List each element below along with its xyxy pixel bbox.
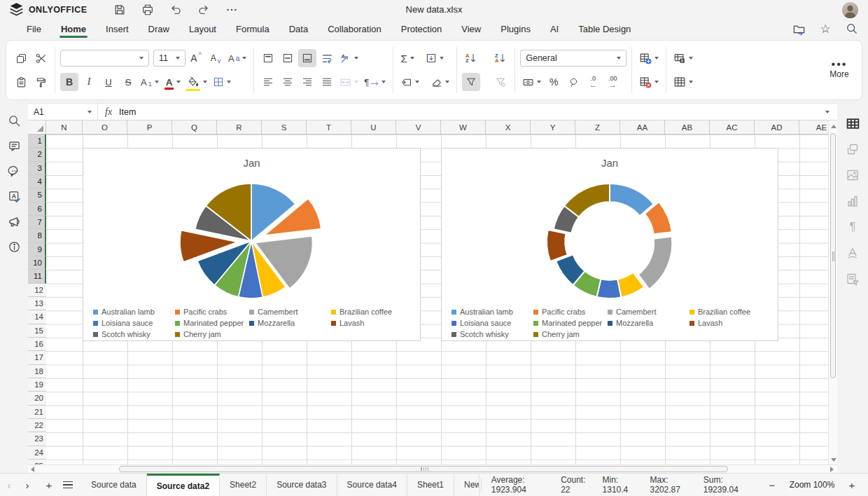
- chat-icon[interactable]: [6, 163, 22, 179]
- cell-name-box[interactable]: A1: [28, 104, 98, 120]
- slicer-settings-icon[interactable]: [845, 271, 860, 287]
- decrease-font-size-button[interactable]: Av: [206, 49, 225, 67]
- format-painter-button[interactable]: [31, 73, 50, 91]
- sort-descending-button[interactable]: ZA: [491, 49, 510, 67]
- slice-lavash[interactable]: [547, 230, 568, 261]
- scroll-up-arrow[interactable]: [831, 125, 836, 128]
- save-button[interactable]: [112, 2, 127, 18]
- menu-tab-formula[interactable]: Formula: [226, 19, 279, 39]
- underline-button[interactable]: U: [99, 73, 118, 91]
- legend-item-mozzarella[interactable]: Mozzarella: [608, 319, 690, 327]
- cut-button[interactable]: [31, 49, 50, 67]
- column-header-AE[interactable]: AE: [799, 120, 828, 135]
- sheet-nav-prev-button[interactable]: ‹: [0, 479, 18, 491]
- open-file-location-icon[interactable]: [791, 21, 806, 36]
- legend-item-pacific-crabs[interactable]: Pacific crabs: [533, 308, 608, 316]
- undo-button[interactable]: [168, 2, 183, 18]
- legend-item-cherry-jam[interactable]: Cherry jam: [533, 330, 608, 338]
- align-bottom-button[interactable]: [298, 49, 316, 67]
- align-middle-button[interactable]: [279, 49, 297, 67]
- zoom-level-label[interactable]: Zoom 100%: [783, 480, 841, 490]
- column-header-P[interactable]: P: [127, 120, 172, 135]
- format-as-table-button[interactable]: [671, 73, 695, 91]
- zoom-out-button[interactable]: −: [762, 479, 783, 491]
- menu-tab-draw[interactable]: Draw: [139, 19, 179, 39]
- row-header-6[interactable]: 6: [28, 202, 46, 216]
- column-header-N[interactable]: N: [46, 120, 83, 135]
- sheet-tab-new[interactable]: New: [454, 474, 479, 496]
- ribbon-more-button[interactable]: ••• More: [822, 61, 856, 79]
- column-header-R[interactable]: R: [217, 120, 262, 135]
- row-header-12[interactable]: 12: [28, 284, 46, 297]
- zoom-in-button[interactable]: +: [841, 479, 862, 491]
- legend-item-marinated-pepper[interactable]: Marinated pepper: [175, 319, 249, 327]
- row-header-14[interactable]: 14: [28, 310, 46, 324]
- legend-item-australian-lamb[interactable]: Australian lamb: [93, 308, 175, 316]
- image-settings-icon[interactable]: [845, 167, 860, 183]
- row-header-15[interactable]: 15: [28, 324, 46, 338]
- align-justify-button[interactable]: [318, 73, 336, 91]
- paste-button[interactable]: [12, 73, 30, 91]
- comments-icon[interactable]: [6, 138, 22, 153]
- legend-item-marinated-pepper[interactable]: Marinated pepper: [533, 319, 608, 327]
- shape-settings-icon[interactable]: [845, 142, 860, 157]
- print-button[interactable]: [140, 2, 155, 18]
- sheet-tab-source-data3[interactable]: Source data3: [267, 474, 337, 496]
- sort-ascending-button[interactable]: AZ: [462, 49, 480, 67]
- legend-item-cherry-jam[interactable]: Cherry jam: [175, 330, 249, 338]
- change-case-button[interactable]: Aa: [226, 49, 248, 67]
- column-header-V[interactable]: V: [396, 120, 441, 135]
- decrease-decimal-button[interactable]: .0←: [584, 73, 602, 91]
- row-header-10[interactable]: 10: [28, 256, 46, 270]
- favorite-star-icon[interactable]: ☆: [818, 21, 833, 36]
- row-header-7[interactable]: 7: [28, 216, 46, 229]
- menu-tab-data[interactable]: Data: [279, 19, 318, 39]
- sheet-nav-next-button[interactable]: ›: [18, 479, 36, 491]
- user-avatar[interactable]: [842, 2, 858, 18]
- legend-item-australian-lamb[interactable]: Australian lamb: [451, 308, 533, 316]
- merge-cells-button[interactable]: [337, 73, 360, 91]
- add-sheet-button[interactable]: +: [40, 479, 58, 491]
- textart-settings-icon[interactable]: [845, 245, 860, 261]
- column-header-AD[interactable]: AD: [755, 120, 799, 135]
- increase-decimal-button[interactable]: .00→: [603, 73, 622, 91]
- row-header-2[interactable]: 2: [28, 148, 46, 161]
- fill-color-button[interactable]: [184, 73, 209, 91]
- sheet-tab-sheet1[interactable]: Sheet1: [407, 474, 454, 496]
- redo-button[interactable]: [196, 2, 211, 18]
- row-header-4[interactable]: 4: [28, 175, 46, 188]
- number-format-select[interactable]: General: [520, 50, 626, 67]
- italic-button[interactable]: I: [80, 73, 98, 91]
- percent-style-button[interactable]: %: [545, 73, 563, 91]
- align-center-button[interactable]: [279, 73, 297, 91]
- text-direction-button[interactable]: ¶: [362, 73, 388, 91]
- row-header-8[interactable]: 8: [28, 229, 46, 242]
- menu-tab-view[interactable]: View: [451, 19, 491, 39]
- wrap-text-button[interactable]: [318, 49, 336, 67]
- formula-input[interactable]: Item: [119, 107, 816, 117]
- menu-tab-file[interactable]: File: [17, 19, 51, 39]
- row-header-18[interactable]: 18: [28, 365, 46, 378]
- row-header-16[interactable]: 16: [28, 338, 46, 351]
- font-color-button[interactable]: A: [162, 73, 183, 91]
- cell-settings-icon[interactable]: [845, 116, 860, 131]
- column-header-U[interactable]: U: [351, 120, 396, 135]
- column-header-AC[interactable]: AC: [710, 120, 755, 135]
- row-header-21[interactable]: 21: [28, 406, 46, 419]
- scroll-down-arrow[interactable]: [831, 458, 836, 462]
- pie-chart-object[interactable]: JanAustralian lambPacific crabsCamembert…: [83, 148, 421, 341]
- column-header-T[interactable]: T: [307, 120, 351, 135]
- align-right-button[interactable]: [298, 73, 316, 91]
- borders-button[interactable]: [211, 73, 233, 91]
- chart-settings-icon[interactable]: [845, 193, 860, 209]
- align-top-button[interactable]: [259, 49, 277, 67]
- legend-item-loisiana-sauce[interactable]: Loisiana sauce: [451, 319, 533, 327]
- menu-tab-collaboration[interactable]: Collaboration: [318, 19, 391, 39]
- column-header-O[interactable]: O: [83, 120, 127, 135]
- legend-item-mozzarella[interactable]: Mozzarella: [249, 319, 331, 327]
- about-icon[interactable]: [6, 239, 22, 254]
- legend-item-lavash[interactable]: Lavash: [690, 319, 750, 327]
- menu-tab-table-design[interactable]: Table Design: [568, 19, 640, 39]
- row-header-24[interactable]: 24: [28, 446, 46, 460]
- search-icon[interactable]: [844, 21, 860, 36]
